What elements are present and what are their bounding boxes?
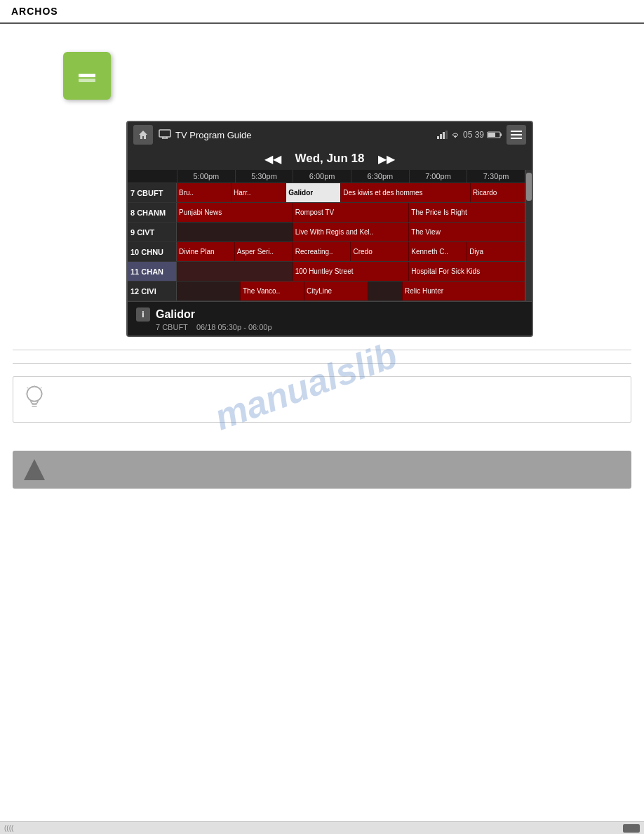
divider-2 bbox=[13, 363, 631, 364]
svg-rect-0 bbox=[79, 74, 95, 77]
time-slot-6: 7:30pm bbox=[467, 170, 525, 183]
svg-rect-13 bbox=[488, 133, 495, 137]
tv-home-button[interactable] bbox=[133, 125, 153, 145]
program-cell[interactable]: Des kiwis et des hommes bbox=[341, 183, 471, 202]
table-row-selected: 11 CHAN 100 Huntley Street Hospital For … bbox=[128, 262, 525, 282]
program-cells-cbuft: Bru.. Harr.. Galidor Des kiwis et des ho… bbox=[177, 183, 525, 202]
program-cell-empty bbox=[177, 223, 293, 241]
program-cell[interactable]: Asper Seri.. bbox=[235, 242, 293, 261]
battery-icon bbox=[487, 131, 502, 139]
channel-name-civt[interactable]: 9 CIVT bbox=[128, 223, 177, 241]
tip-box bbox=[13, 376, 631, 423]
time-display: 05 39 bbox=[463, 130, 484, 140]
tv-grid-main: 5:00pm 5:30pm 6:00pm 6:30pm 7:00pm 7:30p… bbox=[128, 170, 525, 301]
program-cell[interactable]: 100 Huntley Street bbox=[293, 262, 410, 281]
time-slot-1: 5:00pm bbox=[177, 170, 235, 183]
channel-name-chan[interactable]: 11 CHAN bbox=[128, 262, 177, 281]
program-cell-empty bbox=[368, 282, 403, 300]
warning-icon bbox=[24, 459, 45, 480]
svg-rect-12 bbox=[500, 133, 502, 136]
home-icon bbox=[137, 129, 149, 140]
svg-rect-10 bbox=[445, 131, 448, 139]
program-cells-chanm: Punjabi News Rompost TV The Price Is Rig… bbox=[177, 203, 525, 222]
tv-info-title-row: i Galidor bbox=[136, 307, 523, 322]
tv-scroll-thumb[interactable] bbox=[526, 173, 532, 201]
program-cell[interactable]: Divine Plan bbox=[177, 242, 235, 261]
page-bottom-right bbox=[623, 824, 640, 833]
program-cells-chnu: Divine Plan Asper Seri.. Recreating.. Cr… bbox=[177, 242, 525, 261]
program-cell[interactable]: CityLine bbox=[304, 282, 368, 300]
page-bottom-squiggle: (((( bbox=[4, 824, 13, 832]
tv-info-title-text: Galidor bbox=[156, 308, 195, 321]
table-row: 8 CHANM Punjabi News Rompost TV The Pric… bbox=[128, 203, 525, 223]
wifi-icon bbox=[450, 131, 460, 139]
app-icon-graphic bbox=[74, 63, 100, 88]
program-cell[interactable]: Kenneth C.. bbox=[409, 242, 467, 261]
program-cell[interactable]: Harr.. bbox=[232, 183, 286, 202]
app-icon[interactable] bbox=[63, 52, 111, 100]
svg-point-14 bbox=[27, 387, 41, 402]
program-cell[interactable]: The Price Is Right bbox=[409, 203, 525, 222]
program-cell[interactable]: Ricardo bbox=[471, 183, 525, 202]
icon-area bbox=[0, 24, 644, 114]
time-slot-3: 6:00pm bbox=[293, 170, 351, 183]
svg-line-18 bbox=[27, 387, 28, 388]
tv-next-button[interactable]: ▶▶ bbox=[378, 152, 395, 166]
tv-scrollbar[interactable] bbox=[525, 170, 532, 301]
svg-rect-9 bbox=[443, 132, 445, 139]
program-cell-empty bbox=[177, 262, 293, 281]
menu-line-3 bbox=[511, 138, 522, 139]
tv-info-meta: 7 CBUFT 06/18 05:30p - 06:00p bbox=[136, 323, 523, 331]
page-bottom-bar: (((( bbox=[0, 821, 644, 834]
tv-times: 5:00pm 5:30pm 6:00pm 6:30pm 7:00pm 7:30p… bbox=[177, 170, 525, 183]
channel-name-cbuft[interactable]: 7 CBUFT bbox=[128, 183, 177, 202]
program-cells-chan: 100 Huntley Street Hospital For Sick Kid… bbox=[177, 262, 525, 281]
time-slot-2: 5:30pm bbox=[235, 170, 293, 183]
program-cell[interactable]: Credo bbox=[351, 242, 409, 261]
program-cell[interactable]: Relic Hunter bbox=[403, 282, 525, 300]
tv-infobar: i Galidor 7 CBUFT 06/18 05:30p - 06:00p bbox=[128, 301, 532, 336]
channel-name-chanm[interactable]: 8 CHANM bbox=[128, 203, 177, 222]
svg-rect-3 bbox=[159, 130, 170, 137]
svg-line-19 bbox=[41, 387, 42, 388]
tv-status-area: 05 39 bbox=[436, 130, 502, 140]
time-slot-5: 7:00pm bbox=[409, 170, 467, 183]
program-cell[interactable]: The View bbox=[409, 223, 525, 241]
program-cell[interactable]: Rompost TV bbox=[293, 203, 410, 222]
table-row: 10 CHNU Divine Plan Asper Seri.. Recreat… bbox=[128, 242, 525, 262]
divider-1 bbox=[13, 350, 631, 350]
monitor-svg bbox=[159, 129, 171, 139]
table-row: 7 CBUFT Bru.. Harr.. Galidor Des kiwis e… bbox=[128, 183, 525, 203]
tv-topbar: TV Program Guide 05 39 bbox=[128, 122, 532, 147]
svg-rect-8 bbox=[440, 134, 442, 139]
program-cell[interactable]: Diya bbox=[467, 242, 525, 261]
tv-title-text: TV Program Guide bbox=[175, 130, 251, 140]
channel-header-spacer bbox=[128, 170, 177, 183]
brand-logo: ARCHOS bbox=[11, 6, 58, 17]
tv-ui: TV Program Guide 05 39 bbox=[126, 121, 533, 337]
channel-name-chnu[interactable]: 10 CHNU bbox=[128, 242, 177, 261]
program-cell-empty bbox=[177, 282, 241, 300]
table-row: 9 CIVT Live With Regis and Kel.. The Vie… bbox=[128, 223, 525, 242]
program-cell-selected[interactable]: Galidor bbox=[286, 183, 341, 202]
program-cell[interactable]: Recreating.. bbox=[293, 242, 351, 261]
monitor-icon bbox=[159, 129, 171, 141]
program-cell[interactable]: Bru.. bbox=[177, 183, 232, 202]
program-cell[interactable]: The Vanco.. bbox=[241, 282, 304, 300]
page-header: ARCHOS bbox=[0, 0, 644, 24]
device-container: TV Program Guide 05 39 bbox=[126, 121, 533, 337]
menu-line-1 bbox=[511, 131, 522, 132]
channel-name-civi[interactable]: 12 CIVI bbox=[128, 282, 177, 300]
tv-info-datetime: 06/18 05:30p - 06:00p bbox=[196, 323, 272, 331]
program-cell[interactable]: Live With Regis and Kel.. bbox=[293, 223, 410, 241]
bottom-box bbox=[13, 451, 631, 489]
tv-title-area: TV Program Guide bbox=[159, 129, 436, 141]
tv-prev-button[interactable]: ◀◀ bbox=[264, 152, 281, 166]
program-cell[interactable]: Hospital For Sick Kids bbox=[409, 262, 525, 281]
program-cells-civt: Live With Regis and Kel.. The View bbox=[177, 223, 525, 241]
program-cell[interactable]: Punjabi News bbox=[177, 203, 293, 222]
info-icon: i bbox=[136, 307, 150, 322]
tv-menu-button[interactable] bbox=[507, 125, 526, 145]
tv-timerow: 5:00pm 5:30pm 6:00pm 6:30pm 7:00pm 7:30p… bbox=[128, 170, 525, 183]
signal-icon bbox=[436, 131, 448, 139]
